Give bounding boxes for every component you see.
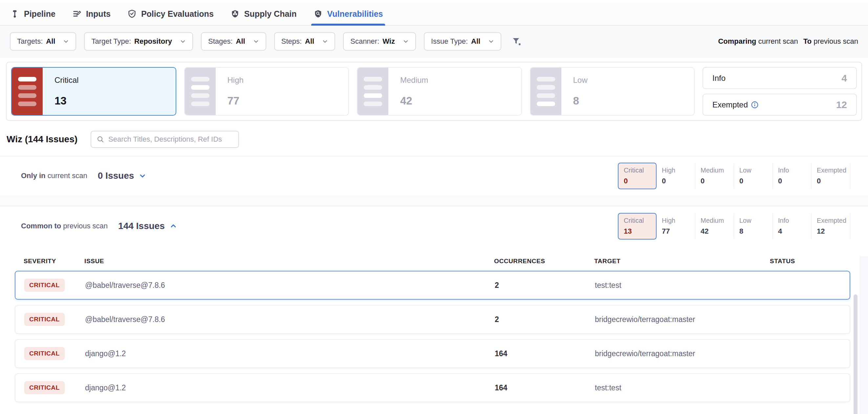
tab-label: Policy Evaluations bbox=[141, 9, 214, 19]
only-in-current-scan-section: Only in current scan 0 Issues Critical0 … bbox=[0, 156, 868, 195]
severity-card-exempted[interactable]: Exempted 12 bbox=[703, 94, 857, 116]
severity-badge: CRITICAL bbox=[24, 313, 65, 326]
severity-card-label: High bbox=[227, 76, 244, 85]
target-cell: test:test bbox=[595, 281, 771, 290]
severity-card-low[interactable]: Low 8 bbox=[530, 67, 695, 116]
stages-filter-dropdown[interactable]: Stages: All bbox=[201, 32, 266, 51]
occurrences-cell: 164 bbox=[495, 349, 595, 358]
table-row[interactable]: CRITICAL django@1.2 164 bridgecrewio/ter… bbox=[15, 339, 850, 368]
chevron-down-icon bbox=[63, 38, 69, 45]
section-issues-toggle[interactable]: 144 Issues bbox=[118, 221, 177, 231]
col-occurrences: OCCURRENCES bbox=[494, 258, 594, 265]
side-card-label: Info bbox=[712, 73, 725, 83]
filter-label: Issue Type: bbox=[431, 37, 468, 46]
filter-value: Wiz bbox=[382, 37, 395, 46]
section-divider bbox=[0, 195, 868, 206]
results-header: Wiz (144 Issues) bbox=[0, 121, 868, 156]
filter-bar: Targets: All Target Type: Repository Sta… bbox=[0, 26, 868, 58]
issue-cell: @babel/traverse@7.8.6 bbox=[85, 315, 495, 324]
pill-info[interactable]: Info0 bbox=[773, 163, 811, 188]
clear-filters-button[interactable] bbox=[511, 36, 522, 47]
occurrences-cell: 2 bbox=[495, 281, 595, 290]
pill-medium[interactable]: Medium0 bbox=[695, 163, 734, 188]
section-label: Common to previous scan bbox=[21, 222, 108, 230]
severity-card-count: 42 bbox=[400, 95, 428, 107]
chevron-down-icon bbox=[403, 38, 409, 45]
tab-label: Vulnerabilities bbox=[327, 9, 383, 19]
supply-chain-shield-icon bbox=[230, 9, 240, 19]
chevron-down-icon bbox=[138, 172, 147, 180]
table-header: SEVERITY ISSUE OCCURRENCES TARGET STATUS bbox=[15, 246, 850, 271]
tab-inputs[interactable]: Inputs bbox=[72, 3, 111, 25]
tab-pipeline[interactable]: Pipeline bbox=[10, 3, 56, 25]
execution-tabbar: Pipeline Inputs Policy Evaluations Suppl… bbox=[0, 3, 868, 26]
target-type-filter-dropdown[interactable]: Target Type: Repository bbox=[84, 32, 193, 51]
chevron-down-icon bbox=[488, 38, 494, 45]
tab-policy-evaluations[interactable]: Policy Evaluations bbox=[127, 3, 214, 25]
severity-card-critical[interactable]: Critical 13 bbox=[11, 67, 176, 116]
occurrences-cell: 2 bbox=[495, 315, 595, 324]
severity-card-high[interactable]: High 77 bbox=[184, 67, 349, 116]
pill-exempted[interactable]: Exempted12 bbox=[811, 213, 850, 239]
tab-vulnerabilities[interactable]: Vulnerabilities bbox=[313, 3, 383, 25]
pill-low[interactable]: Low8 bbox=[734, 213, 773, 239]
severity-card-info[interactable]: Info 4 bbox=[703, 67, 857, 89]
col-status: STATUS bbox=[770, 258, 850, 265]
pill-info[interactable]: Info4 bbox=[773, 213, 811, 239]
col-severity: SEVERITY bbox=[24, 258, 84, 265]
pill-medium[interactable]: Medium42 bbox=[695, 213, 734, 239]
tab-supply-chain[interactable]: Supply Chain bbox=[230, 3, 297, 25]
issue-search-box bbox=[91, 131, 239, 148]
steps-filter-dropdown[interactable]: Steps: All bbox=[274, 32, 336, 51]
chevron-up-icon bbox=[169, 222, 177, 230]
vertical-scrollbar[interactable] bbox=[854, 294, 858, 414]
severity-card-label: Medium bbox=[400, 76, 428, 85]
table-row[interactable]: CRITICAL @babel/traverse@7.8.6 2 bridgec… bbox=[15, 305, 850, 334]
policy-shield-check-icon bbox=[127, 9, 137, 19]
severity-bars-icon bbox=[358, 68, 389, 115]
severity-bars-icon bbox=[185, 68, 216, 115]
pill-high[interactable]: High0 bbox=[657, 163, 695, 188]
pill-low[interactable]: Low0 bbox=[734, 163, 773, 188]
issue-type-filter-dropdown[interactable]: Issue Type: All bbox=[424, 32, 501, 51]
col-issue: ISSUE bbox=[84, 258, 494, 265]
pill-critical[interactable]: Critical13 bbox=[618, 213, 657, 239]
target-cell: test:test bbox=[595, 383, 771, 392]
side-card-label: Exempted bbox=[712, 100, 758, 110]
side-card-count: 4 bbox=[841, 72, 847, 84]
table-row[interactable]: CRITICAL django@1.2 164 test:test bbox=[15, 373, 850, 402]
section-issues-toggle[interactable]: 0 Issues bbox=[98, 171, 147, 181]
filter-label: Target Type: bbox=[91, 37, 131, 46]
severity-badge: CRITICAL bbox=[24, 347, 65, 360]
scanner-filter-dropdown[interactable]: Scanner: Wiz bbox=[343, 32, 416, 51]
severity-count-pills: Critical0 High0 Medium0 Low0 Info0 Exemp… bbox=[618, 162, 850, 189]
pipeline-icon bbox=[10, 9, 20, 19]
filter-value: All bbox=[236, 37, 245, 46]
severity-card-medium[interactable]: Medium 42 bbox=[357, 67, 522, 116]
comparing-scans-text: Comparing current scan To previous scan bbox=[718, 37, 858, 46]
filter-value: Repository bbox=[134, 37, 172, 46]
target-cell: bridgecrewio/terragoat:master bbox=[595, 315, 771, 324]
pill-exempted[interactable]: Exempted0 bbox=[811, 163, 850, 188]
filter-label: Stages: bbox=[208, 37, 233, 46]
search-input[interactable] bbox=[108, 135, 233, 144]
info-circle-icon[interactable] bbox=[751, 101, 758, 109]
top-strip bbox=[0, 0, 868, 3]
severity-badge: CRITICAL bbox=[24, 381, 65, 394]
severity-cards-panel: Critical 13 High 77 Medium 42 Low 8 bbox=[6, 62, 862, 121]
table-row[interactable]: CRITICAL @babel/traverse@7.8.6 2 test:te… bbox=[15, 271, 850, 300]
targets-filter-dropdown[interactable]: Targets: All bbox=[10, 32, 76, 51]
pill-critical[interactable]: Critical0 bbox=[618, 162, 657, 189]
scanner-results-title: Wiz (144 Issues) bbox=[6, 134, 78, 145]
severity-card-label: Critical bbox=[55, 76, 79, 85]
severity-card-count: 77 bbox=[227, 95, 244, 107]
severity-card-count: 8 bbox=[573, 95, 588, 107]
severity-card-count: 13 bbox=[55, 95, 79, 107]
tab-label: Pipeline bbox=[24, 9, 56, 19]
pill-high[interactable]: High77 bbox=[657, 213, 695, 239]
right-margin-band bbox=[860, 256, 868, 414]
target-cell: bridgecrewio/terragoat:master bbox=[595, 349, 771, 358]
filter-value: All bbox=[46, 37, 55, 46]
issues-table: SEVERITY ISSUE OCCURRENCES TARGET STATUS… bbox=[15, 246, 850, 402]
issue-cell: django@1.2 bbox=[85, 349, 495, 358]
